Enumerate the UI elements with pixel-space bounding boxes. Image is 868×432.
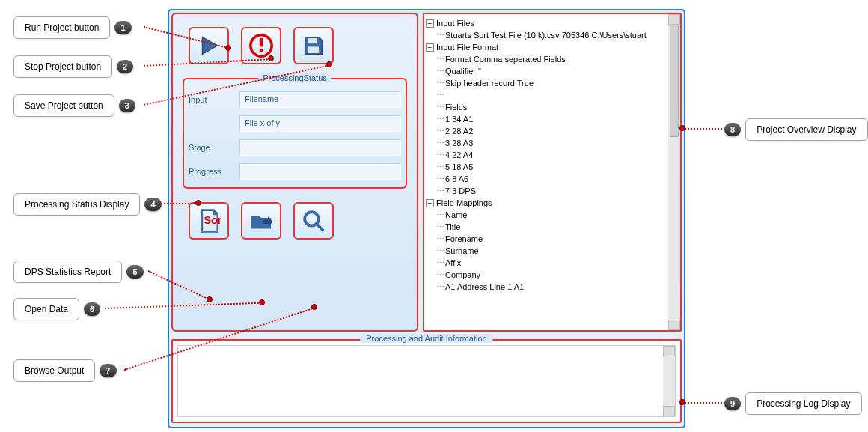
stage-field xyxy=(239,139,401,156)
dps-statistics-button[interactable]: Sort xyxy=(189,202,229,240)
processing-status-panel: ProcessingStatus Input Filename File x o… xyxy=(183,78,407,189)
svg-rect-4 xyxy=(308,46,319,53)
open-data-button[interactable] xyxy=(241,202,281,240)
callout-project-overview: Project Overview Display 8 xyxy=(724,118,868,141)
log-scrollbar[interactable] xyxy=(663,346,675,416)
svg-rect-3 xyxy=(308,38,317,43)
callout-processing-status: Processing Status Display 4 xyxy=(13,193,162,216)
alert-icon xyxy=(248,33,274,58)
callout-browse-output: Browse Output 7 xyxy=(13,359,117,382)
lower-toolbar: Sort xyxy=(180,196,410,246)
callout-dps-stats: DPS Statistics Report 5 xyxy=(13,261,144,283)
save-project-button[interactable] xyxy=(293,27,334,64)
project-overview-panel: −Input Files ⋯Stuarts Sort Test File (10… xyxy=(423,13,682,332)
tree-scrollbar[interactable] xyxy=(668,14,680,330)
svg-text:Sort: Sort xyxy=(204,214,221,226)
input-filexofy-field: File x of y xyxy=(239,115,401,132)
svg-line-7 xyxy=(317,224,323,231)
scroll-down-icon[interactable] xyxy=(668,320,680,330)
scroll-up-icon[interactable] xyxy=(668,14,680,25)
log-textarea[interactable] xyxy=(177,345,676,417)
collapse-icon[interactable]: − xyxy=(426,43,434,52)
input-filename-field: Filename xyxy=(239,91,401,108)
folder-export-icon xyxy=(248,208,274,234)
upper-toolbar xyxy=(180,21,410,70)
callout-stop-project: Stop Project button 2 xyxy=(13,55,133,78)
browse-output-button[interactable] xyxy=(293,202,334,240)
collapse-icon[interactable]: − xyxy=(426,19,434,28)
app-window: ProcessingStatus Input Filename File x o… xyxy=(168,9,685,428)
scroll-up-icon[interactable] xyxy=(663,346,675,356)
overview-tree[interactable]: −Input Files ⋯Stuarts Sort Test File (10… xyxy=(426,17,679,293)
processing-log-panel: Processing and Audit Information xyxy=(171,339,682,423)
progress-field xyxy=(239,163,401,180)
sort-report-icon: Sort xyxy=(196,208,221,234)
svg-rect-1 xyxy=(260,38,263,46)
callout-processing-log: Processing Log Display 9 xyxy=(724,392,862,415)
save-icon xyxy=(301,33,326,58)
collapse-icon[interactable]: − xyxy=(426,199,434,207)
callout-open-data: Open Data 6 xyxy=(13,298,100,320)
callout-save-project: Save Project button 3 xyxy=(13,94,135,117)
magnify-icon xyxy=(301,208,326,234)
scroll-thumb[interactable] xyxy=(670,25,679,137)
control-panel: ProcessingStatus Input Filename File x o… xyxy=(171,13,418,332)
callout-run-project: Run Project button 1 xyxy=(13,16,132,39)
svg-point-6 xyxy=(305,212,318,225)
log-title: Processing and Audit Information xyxy=(360,334,492,343)
svg-rect-2 xyxy=(260,49,263,52)
scroll-down-icon[interactable] xyxy=(663,406,675,416)
